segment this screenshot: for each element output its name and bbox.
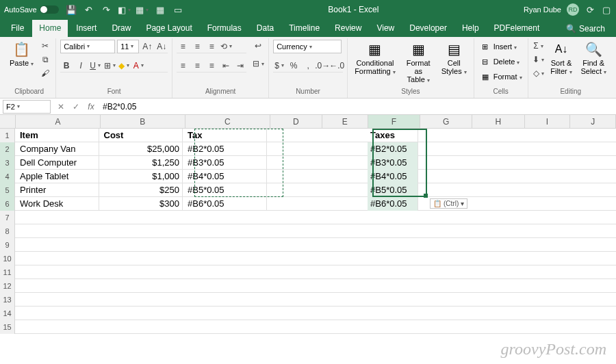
tab-insert[interactable]: Insert [69, 20, 103, 37]
align-right-icon[interactable]: ≡ [205, 60, 218, 72]
col-head-B[interactable]: B [101, 115, 185, 128]
row-head-6[interactable]: 6 [0, 197, 15, 211]
cell-C5[interactable]: #B5*0.05 [185, 183, 267, 197]
cell-A1[interactable]: Item [17, 129, 99, 142]
decrease-indent-icon[interactable]: ⇤ [220, 60, 232, 72]
copy-icon[interactable]: ⧉ [39, 53, 51, 66]
row-head-15[interactable]: 15 [0, 320, 15, 334]
sort-filter-button[interactable]: A↓ Sort & Filter [548, 40, 576, 77]
cell-A2[interactable]: Company Van [17, 142, 99, 156]
find-select-button[interactable]: 🔍 Find & Select [578, 40, 609, 77]
cell-C6[interactable]: #B6*0.05 [185, 197, 267, 211]
tab-pdfelement[interactable]: PDFelement [487, 20, 547, 37]
align-top-icon[interactable]: ≡ [177, 40, 189, 53]
tab-data[interactable]: Data [250, 20, 281, 37]
align-bottom-icon[interactable]: ≡ [205, 40, 218, 53]
qat-item-3-icon[interactable]: ▦ [155, 4, 166, 15]
row-head-10[interactable]: 10 [0, 252, 15, 265]
cell-F4[interactable]: #B4*0.05 [368, 170, 418, 183]
tab-page-layout[interactable]: Page Layout [139, 20, 198, 37]
cell-B2[interactable]: $25,000 [101, 142, 183, 156]
formula-input[interactable]: #B2*0.05 [99, 102, 616, 112]
conditional-formatting-button[interactable]: ▦ Conditional Formatting [352, 40, 398, 77]
tab-help[interactable]: Help [455, 20, 486, 37]
fx-icon[interactable]: fx [84, 100, 99, 114]
tab-draw[interactable]: Draw [105, 20, 138, 37]
cancel-icon[interactable]: ✕ [53, 100, 68, 114]
qat-item-1-icon[interactable]: ◧ [119, 4, 130, 15]
clear-icon[interactable]: ◇ [532, 67, 545, 79]
save-icon[interactable]: 💾 [66, 4, 77, 15]
cell-C1[interactable]: Tax [185, 129, 267, 142]
cell-C4[interactable]: #B4*0.05 [185, 170, 267, 183]
cell-B5[interactable]: $250 [101, 183, 183, 197]
spreadsheet-grid[interactable]: A B C D E F G H I J 1 Item Cost Tax Taxe… [0, 115, 616, 334]
cell-A6[interactable]: Work Desk [17, 197, 99, 211]
row-head-13[interactable]: 13 [0, 293, 15, 307]
comma-icon[interactable]: , [302, 60, 314, 72]
number-format-select[interactable]: Currency [273, 40, 342, 53]
increase-decimal-icon[interactable]: .0→ [316, 60, 329, 72]
col-head-C[interactable]: C [185, 115, 270, 128]
autosum-icon[interactable]: Σ [532, 40, 545, 52]
delete-cells-button[interactable]: ⊟Delete [478, 55, 524, 68]
name-box[interactable]: F2 [3, 100, 51, 114]
cell-F3[interactable]: #B3*0.05 [368, 156, 418, 170]
insert-cells-button[interactable]: ⊞Insert [478, 40, 524, 53]
fill-icon[interactable]: ⬇ [532, 53, 545, 66]
enter-icon[interactable]: ✓ [68, 100, 84, 114]
align-middle-icon[interactable]: ≡ [191, 40, 203, 53]
row-head-4[interactable]: 4 [0, 170, 15, 183]
font-name-select[interactable]: Calibri [60, 40, 115, 53]
search-box[interactable]: 🔍 Search [559, 21, 612, 37]
merge-icon[interactable]: ⊟ [252, 57, 264, 70]
underline-button[interactable]: U [89, 60, 101, 72]
cell-C2[interactable]: #B2*0.05 [185, 142, 267, 156]
increase-indent-icon[interactable]: ⇥ [234, 60, 246, 72]
redo-icon[interactable]: ↷ [101, 4, 112, 15]
paste-button[interactable]: 📋 Paste [7, 40, 36, 69]
percent-icon[interactable]: % [287, 60, 300, 72]
col-head-A[interactable]: A [16, 115, 101, 128]
format-as-table-button[interactable]: ▦ Format as Table [401, 40, 436, 86]
cell-F2[interactable]: #B2*0.05 [368, 142, 418, 156]
undo-icon[interactable]: ↶ [84, 4, 94, 15]
tab-home[interactable]: Home [32, 20, 68, 37]
row-head-3[interactable]: 3 [0, 156, 15, 170]
row-head-2[interactable]: 2 [0, 142, 15, 156]
cell-B4[interactable]: $1,000 [101, 170, 183, 183]
cell-C3[interactable]: #B3*0.05 [185, 156, 267, 170]
font-color-icon[interactable]: A [132, 60, 144, 72]
col-head-D[interactable]: D [270, 115, 322, 128]
tab-formulas[interactable]: Formulas [201, 20, 248, 37]
increase-font-icon[interactable]: A↑ [141, 40, 153, 53]
fill-color-icon[interactable]: ◆ [118, 60, 130, 72]
cell-F6[interactable]: #B6*0.05 [368, 197, 418, 211]
cell-styles-button[interactable]: ▤ Cell Styles [439, 40, 470, 77]
row-head-7[interactable]: 7 [0, 211, 15, 224]
select-all-button[interactable] [0, 115, 16, 128]
cut-icon[interactable]: ✂ [39, 40, 51, 52]
align-left-icon[interactable]: ≡ [177, 60, 189, 72]
row-head-9[interactable]: 9 [0, 238, 15, 252]
format-painter-icon[interactable]: 🖌 [39, 67, 51, 79]
font-size-select[interactable]: 11 [117, 40, 139, 53]
format-cells-button[interactable]: ▦Format [478, 70, 524, 83]
col-head-F[interactable]: F [368, 115, 420, 128]
cell-B1[interactable]: Cost [101, 129, 183, 142]
row-head-5[interactable]: 5 [0, 183, 15, 197]
col-head-E[interactable]: E [322, 115, 368, 128]
row-head-8[interactable]: 8 [0, 224, 15, 238]
cell-B6[interactable]: $300 [101, 197, 183, 211]
cell-A5[interactable]: Printer [17, 183, 99, 197]
tab-file[interactable]: File [4, 20, 31, 37]
row-head-1[interactable]: 1 [0, 129, 15, 142]
italic-button[interactable]: I [75, 60, 87, 72]
cell-F1[interactable]: Taxes [368, 129, 418, 142]
col-head-I[interactable]: I [525, 115, 571, 128]
qat-item-2-icon[interactable]: ▦ [137, 4, 148, 15]
paste-options-button[interactable]: 📋 (Ctrl) ▾ [430, 198, 467, 209]
orientation-icon[interactable]: ⟲ [220, 40, 232, 53]
cell-B3[interactable]: $1,250 [101, 156, 183, 170]
qat-item-4-icon[interactable]: ▭ [172, 4, 183, 15]
